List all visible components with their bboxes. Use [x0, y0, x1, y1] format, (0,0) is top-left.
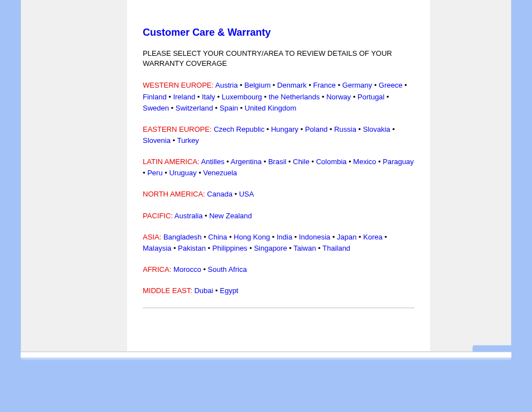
- country-link[interactable]: Finland: [143, 93, 167, 101]
- country-link[interactable]: Switzerland: [176, 104, 213, 112]
- separator: •: [262, 93, 269, 101]
- country-link[interactable]: India: [277, 233, 292, 241]
- separator: •: [262, 157, 268, 166]
- bottom-shadow: [21, 357, 511, 361]
- country-link[interactable]: France: [313, 81, 336, 89]
- region-block: LATIN AMERICA: Antilles • Argentina • Br…: [143, 156, 414, 179]
- document-frame: Customer Care & Warranty PLEASE SELECT Y…: [21, 0, 511, 352]
- country-link[interactable]: Turkey: [177, 136, 199, 145]
- country-link[interactable]: Morocco: [173, 265, 201, 274]
- country-link[interactable]: Sweden: [143, 104, 169, 112]
- region-block: MIDDLE EAST: Dubai • Egypt: [143, 285, 414, 296]
- region-block: AFRICA: Morocco • South Africa: [143, 264, 414, 275]
- country-link[interactable]: Hong Kong: [234, 233, 270, 241]
- country-link[interactable]: Venezuela: [203, 169, 237, 177]
- country-link[interactable]: Poland: [305, 125, 327, 133]
- page-title: Customer Care & Warranty: [143, 27, 414, 39]
- country-link[interactable]: Chile: [293, 157, 309, 166]
- separator: •: [286, 157, 293, 166]
- region-label: EASTERN EUROPE:: [143, 125, 212, 133]
- country-link[interactable]: Italy: [202, 93, 215, 101]
- country-link[interactable]: Greece: [379, 81, 403, 89]
- country-link[interactable]: Philippines: [212, 244, 248, 252]
- separator: •: [383, 233, 387, 241]
- country-link[interactable]: Mexico: [353, 157, 376, 166]
- separator: •: [227, 233, 234, 241]
- country-link[interactable]: Japan: [337, 233, 356, 241]
- region-block: WESTERN EUROPE: Austria • Belgium • Denm…: [143, 80, 414, 113]
- separator: •: [224, 157, 230, 166]
- country-link[interactable]: Slovakia: [363, 125, 390, 133]
- separator: •: [202, 212, 209, 220]
- country-link[interactable]: Australia: [175, 212, 203, 220]
- country-link[interactable]: Malaysia: [143, 244, 171, 252]
- country-link[interactable]: Uruguay: [169, 169, 196, 177]
- country-link[interactable]: Russia: [334, 125, 356, 133]
- region-label: PACIFIC:: [143, 212, 173, 220]
- country-link[interactable]: Slovenia: [143, 136, 171, 145]
- country-link[interactable]: Luxembourg: [222, 93, 262, 101]
- country-link[interactable]: Antilles: [201, 157, 225, 166]
- country-link[interactable]: Argentina: [231, 157, 262, 166]
- country-link[interactable]: Denmark: [277, 81, 307, 89]
- country-link[interactable]: Belgium: [244, 81, 270, 89]
- country-link[interactable]: Colombia: [316, 157, 347, 166]
- divider: [143, 308, 414, 308]
- region-label: NORTH AMERICA:: [143, 190, 205, 198]
- separator: •: [327, 125, 334, 133]
- separator: •: [390, 125, 395, 133]
- separator: •: [215, 93, 222, 101]
- country-link[interactable]: Canada: [207, 190, 233, 198]
- region-block: PACIFIC: Australia • New Zealand: [143, 210, 414, 222]
- separator: •: [403, 81, 407, 89]
- country-link[interactable]: Spain: [220, 104, 238, 112]
- country-link[interactable]: United Kingdom: [245, 104, 297, 112]
- separator: •: [206, 244, 212, 252]
- country-link[interactable]: South Africa: [208, 265, 247, 274]
- country-link[interactable]: China: [208, 233, 227, 241]
- country-link[interactable]: Brasil: [268, 157, 287, 166]
- separator: •: [167, 93, 173, 101]
- region-label: MIDDLE EAST:: [143, 286, 192, 295]
- country-link[interactable]: Czech Republic: [214, 125, 264, 133]
- separator: •: [233, 190, 239, 198]
- country-link[interactable]: New Zealand: [209, 212, 252, 220]
- separator: •: [372, 81, 379, 89]
- country-link[interactable]: Dubai: [194, 286, 213, 295]
- country-link[interactable]: Taiwan: [293, 244, 316, 252]
- country-link[interactable]: Austria: [215, 81, 238, 89]
- country-link[interactable]: Bangladesh: [163, 233, 202, 241]
- region-label: AFRICA:: [143, 265, 171, 274]
- region-block: EASTERN EUROPE: Czech Republic • Hungary…: [143, 124, 414, 146]
- country-link[interactable]: Ireland: [173, 93, 195, 101]
- country-link[interactable]: Indonesia: [299, 233, 330, 241]
- separator: •: [270, 81, 277, 89]
- country-link[interactable]: Germany: [342, 81, 372, 89]
- country-link[interactable]: Egypt: [220, 286, 238, 295]
- country-link[interactable]: Peru: [147, 169, 162, 177]
- country-link[interactable]: Pakistan: [178, 244, 206, 252]
- country-link[interactable]: Korea: [363, 233, 383, 241]
- country-link[interactable]: the Netherlands: [269, 93, 320, 101]
- separator: •: [336, 81, 342, 89]
- separator: •: [292, 233, 299, 241]
- region-block: ASIA: Bangladesh • China • Hong Kong • I…: [143, 232, 414, 254]
- country-link[interactable]: USA: [239, 190, 254, 198]
- separator: •: [307, 81, 313, 89]
- separator: •: [384, 93, 389, 101]
- country-link[interactable]: Singapore: [254, 244, 287, 252]
- country-link[interactable]: Paraguay: [383, 157, 414, 166]
- separator: •: [202, 233, 209, 241]
- separator: •: [238, 81, 245, 89]
- region-label: LATIN AMERICA:: [143, 157, 200, 166]
- country-link[interactable]: Thailand: [322, 244, 350, 252]
- country-link[interactable]: Portugal: [357, 93, 384, 101]
- separator: •: [201, 265, 208, 274]
- separator: •: [197, 169, 204, 177]
- separator: •: [171, 136, 177, 145]
- country-link[interactable]: Norway: [326, 93, 351, 101]
- country-link[interactable]: Hungary: [271, 125, 298, 133]
- separator: •: [171, 244, 178, 252]
- region-label: ASIA:: [143, 233, 161, 241]
- separator: •: [213, 104, 220, 112]
